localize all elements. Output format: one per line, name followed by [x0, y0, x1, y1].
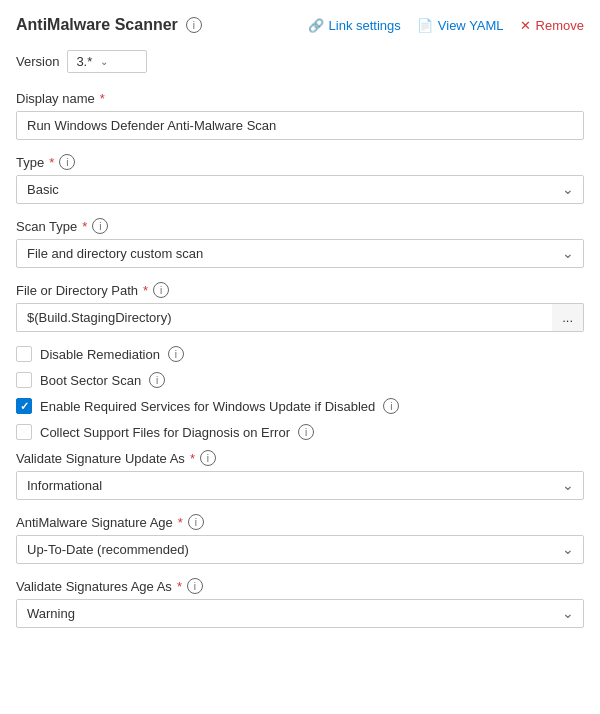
enable-required-services-label: Enable Required Services for Windows Upd… [40, 399, 375, 414]
validate-signature-label: Validate Signature Update As [16, 451, 185, 466]
type-label-row: Type * i [16, 154, 584, 170]
file-path-input-group: ... [16, 303, 584, 332]
boot-sector-scan-info-icon[interactable]: i [149, 372, 165, 388]
type-info-icon[interactable]: i [59, 154, 75, 170]
version-label: Version [16, 54, 59, 69]
disable-remediation-checkbox[interactable] [16, 346, 32, 362]
display-name-required: * [100, 91, 105, 106]
type-select[interactable]: Basic [16, 175, 584, 204]
file-path-group: File or Directory Path * i ... [16, 282, 584, 332]
validate-signature-info-icon[interactable]: i [200, 450, 216, 466]
scan-type-label-row: Scan Type * i [16, 218, 584, 234]
enable-required-services-row: Enable Required Services for Windows Upd… [16, 398, 584, 414]
validate-signature-select[interactable]: Informational [16, 471, 584, 500]
boot-sector-scan-row: Boot Sector Scan i [16, 372, 584, 388]
validate-signatures-age-select[interactable]: Warning [16, 599, 584, 628]
link-settings-label: Link settings [329, 18, 401, 33]
collect-support-files-info-icon[interactable]: i [298, 424, 314, 440]
type-required: * [49, 155, 54, 170]
enable-required-services-checkbox[interactable] [16, 398, 32, 414]
header-info-icon[interactable]: i [186, 17, 202, 33]
signature-age-info-icon[interactable]: i [188, 514, 204, 530]
file-path-required: * [143, 283, 148, 298]
view-yaml-label: View YAML [438, 18, 504, 33]
collect-support-files-row: Collect Support Files for Diagnosis on E… [16, 424, 584, 440]
page-title: AntiMalware Scanner [16, 16, 178, 34]
link-settings-button[interactable]: 🔗 Link settings [308, 18, 401, 33]
type-group: Type * i Basic [16, 154, 584, 204]
validate-signatures-age-select-wrapper: Warning [16, 599, 584, 628]
version-row: Version 3.* ⌄ [16, 50, 584, 73]
remove-label: Remove [536, 18, 584, 33]
collect-support-files-label: Collect Support Files for Diagnosis on E… [40, 425, 290, 440]
disable-remediation-label: Disable Remediation [40, 347, 160, 362]
file-path-input[interactable] [16, 303, 552, 332]
enable-required-services-info-icon[interactable]: i [383, 398, 399, 414]
file-path-browse-button[interactable]: ... [552, 303, 584, 332]
file-path-info-icon[interactable]: i [153, 282, 169, 298]
yaml-icon: 📄 [417, 18, 433, 33]
validate-signatures-age-label-row: Validate Signatures Age As * i [16, 578, 584, 594]
validate-signature-label-row: Validate Signature Update As * i [16, 450, 584, 466]
version-value: 3.* [76, 54, 92, 69]
scan-type-group: Scan Type * i File and directory custom … [16, 218, 584, 268]
validate-signatures-age-required: * [177, 579, 182, 594]
validate-signatures-age-group: Validate Signatures Age As * i Warning [16, 578, 584, 628]
boot-sector-scan-checkbox[interactable] [16, 372, 32, 388]
signature-age-select-wrapper: Up-To-Date (recommended) [16, 535, 584, 564]
file-path-label: File or Directory Path [16, 283, 138, 298]
header: AntiMalware Scanner i 🔗 Link settings 📄 … [16, 16, 584, 34]
disable-remediation-row: Disable Remediation i [16, 346, 584, 362]
scan-type-required: * [82, 219, 87, 234]
signature-age-group: AntiMalware Signature Age * i Up-To-Date… [16, 514, 584, 564]
validate-signatures-age-info-icon[interactable]: i [187, 578, 203, 594]
type-select-wrapper: Basic [16, 175, 584, 204]
validate-signature-group: Validate Signature Update As * i Informa… [16, 450, 584, 500]
display-name-label: Display name [16, 91, 95, 106]
validate-signatures-age-label: Validate Signatures Age As [16, 579, 172, 594]
header-left: AntiMalware Scanner i [16, 16, 202, 34]
signature-age-select[interactable]: Up-To-Date (recommended) [16, 535, 584, 564]
scan-type-label: Scan Type [16, 219, 77, 234]
signature-age-label-row: AntiMalware Signature Age * i [16, 514, 584, 530]
validate-signature-select-wrapper: Informational [16, 471, 584, 500]
file-path-label-row: File or Directory Path * i [16, 282, 584, 298]
scan-type-select-wrapper: File and directory custom scan [16, 239, 584, 268]
boot-sector-scan-label: Boot Sector Scan [40, 373, 141, 388]
header-actions: 🔗 Link settings 📄 View YAML ✕ Remove [308, 18, 584, 33]
remove-button[interactable]: ✕ Remove [520, 18, 584, 33]
validate-signature-required: * [190, 451, 195, 466]
display-name-group: Display name * [16, 91, 584, 140]
scan-type-select[interactable]: File and directory custom scan [16, 239, 584, 268]
display-name-input[interactable] [16, 111, 584, 140]
type-label: Type [16, 155, 44, 170]
scan-type-info-icon[interactable]: i [92, 218, 108, 234]
signature-age-label: AntiMalware Signature Age [16, 515, 173, 530]
remove-icon: ✕ [520, 18, 531, 33]
version-select[interactable]: 3.* ⌄ [67, 50, 147, 73]
ellipsis-label: ... [562, 310, 573, 325]
signature-age-required: * [178, 515, 183, 530]
disable-remediation-info-icon[interactable]: i [168, 346, 184, 362]
link-icon: 🔗 [308, 18, 324, 33]
version-chevron-icon: ⌄ [100, 56, 108, 67]
view-yaml-button[interactable]: 📄 View YAML [417, 18, 504, 33]
collect-support-files-checkbox[interactable] [16, 424, 32, 440]
display-name-label-row: Display name * [16, 91, 584, 106]
page-container: AntiMalware Scanner i 🔗 Link settings 📄 … [0, 0, 600, 662]
